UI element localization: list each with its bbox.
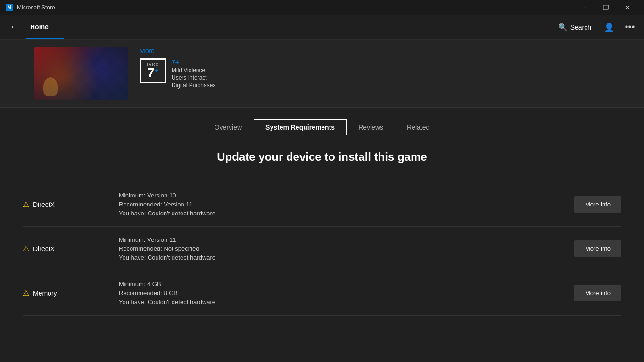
more-info-button-directx1[interactable]: More info	[574, 196, 621, 213]
nav-bar: ← Home 🔍 Search 👤 •••	[0, 15, 644, 40]
title-bar-left: M Microsoft Store	[6, 4, 55, 11]
tab-overview[interactable]: Overview	[203, 119, 254, 135]
tab-navigation: Overview System Requirements Reviews Rel…	[0, 108, 644, 135]
tab-system-requirements[interactable]: System Requirements	[254, 119, 347, 135]
more-info-button-memory[interactable]: More info	[574, 285, 621, 301]
user-button[interactable]: 👤	[601, 19, 618, 36]
close-button[interactable]: ✕	[617, 0, 638, 15]
req-label-memory: Memory	[33, 289, 57, 297]
req-youhave-directx2: You have: Couldn't detect hardware	[119, 254, 563, 261]
warning-icon-directx2: ⚠	[23, 244, 29, 253]
page-content: More IARC 7+ 7+ Mild Violence Users Inte…	[0, 40, 644, 362]
search-label: Search	[570, 24, 591, 31]
req-youhave-directx1: You have: Couldn't detect hardware	[119, 210, 563, 217]
restore-button[interactable]: ❐	[595, 0, 617, 15]
user-icon: 👤	[604, 22, 614, 33]
search-button[interactable]: 🔍 Search	[553, 20, 597, 34]
minimize-button[interactable]: −	[573, 0, 595, 15]
requirement-row-memory: ⚠ Memory Minimum: 4 GB Recommended: 8 GB…	[23, 271, 621, 315]
thumbnail-overlay	[34, 47, 128, 100]
rating-detail-1: Mild Violence	[172, 67, 215, 74]
search-icon: 🔍	[558, 23, 568, 32]
home-label: Home	[26, 15, 64, 39]
req-recommended-memory: Recommended: 8 GB	[119, 289, 563, 296]
req-label-directx2: DirectX	[33, 245, 55, 253]
warning-icon-directx1: ⚠	[23, 200, 29, 209]
req-minimum-directx1: Minimum: Version 10	[119, 192, 563, 199]
rating-detail-3: Digital Purchases	[172, 82, 215, 89]
iarc-box: IARC 7+	[140, 58, 166, 83]
req-recommended-directx2: Recommended: Not specified	[119, 245, 563, 252]
app-icon: M	[6, 4, 13, 11]
req-label-col-directx2: ⚠ DirectX	[23, 244, 107, 253]
rating-details: 7+ Mild Violence Users Interact Digital …	[172, 58, 215, 89]
rating-section: IARC 7+ 7+ Mild Violence Users Interact …	[140, 58, 215, 89]
req-details-directx1: Minimum: Version 10 Recommended: Version…	[119, 192, 563, 217]
req-youhave-memory: You have: Couldn't detect hardware	[119, 298, 563, 305]
more-options-button[interactable]: •••	[621, 19, 638, 36]
game-thumbnail	[34, 47, 128, 100]
req-minimum-directx2: Minimum: Version 11	[119, 236, 563, 243]
back-button[interactable]: ←	[6, 19, 23, 36]
rating-age: 7+	[172, 58, 215, 66]
nav-right: 🔍 Search 👤 •••	[553, 19, 638, 36]
req-label-col-memory: ⚠ Memory	[23, 288, 107, 297]
iarc-rating-number: 7	[147, 66, 155, 80]
app-title: Microsoft Store	[17, 4, 55, 11]
window-controls: − ❐ ✕	[573, 0, 638, 15]
tab-related[interactable]: Related	[395, 119, 441, 135]
iarc-plus: +	[155, 66, 158, 74]
req-label-col-directx1: ⚠ DirectX	[23, 200, 107, 209]
game-header-info: More IARC 7+ 7+ Mild Violence Users Inte…	[140, 47, 215, 89]
more-info-button-directx2[interactable]: More info	[574, 240, 621, 257]
page-title: Update your device to install this game	[23, 150, 621, 164]
rating-detail-2: Users Interact	[172, 74, 215, 81]
iarc-rating-display: 7+	[144, 66, 162, 80]
bottom-divider	[23, 315, 621, 316]
req-details-memory: Minimum: 4 GB Recommended: 8 GB You have…	[119, 280, 563, 305]
req-recommended-directx1: Recommended: Version 11	[119, 201, 563, 208]
warning-icon-memory: ⚠	[23, 288, 29, 297]
game-header-section: More IARC 7+ 7+ Mild Violence Users Inte…	[0, 40, 644, 108]
req-label-directx1: DirectX	[33, 201, 55, 208]
req-minimum-memory: Minimum: 4 GB	[119, 280, 563, 288]
more-link[interactable]: More	[140, 47, 215, 55]
tab-reviews[interactable]: Reviews	[347, 119, 395, 135]
main-content: Update your device to install this game …	[0, 135, 644, 331]
requirement-row-directx1: ⚠ DirectX Minimum: Version 10 Recommende…	[23, 182, 621, 227]
requirement-row-directx2: ⚠ DirectX Minimum: Version 11 Recommende…	[23, 227, 621, 271]
req-details-directx2: Minimum: Version 11 Recommended: Not spe…	[119, 236, 563, 261]
title-bar: M Microsoft Store − ❐ ✕	[0, 0, 644, 15]
